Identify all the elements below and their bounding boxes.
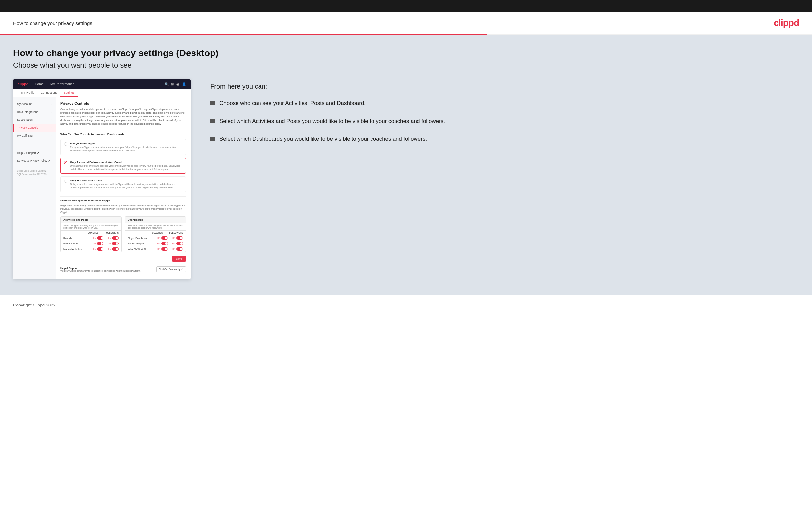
copyright-text: Copyright Clippd 2022 bbox=[13, 302, 55, 307]
sidebar-label-data-integrations: Data Integrations bbox=[17, 110, 39, 114]
practice-drills-toggles: ON ON bbox=[93, 242, 118, 245]
player-dashboard-toggles: ON ON bbox=[157, 236, 183, 239]
sidebar-item-subscription[interactable]: Subscription › bbox=[13, 116, 55, 124]
visit-community-button[interactable]: Visit Our Community ↗ bbox=[156, 267, 186, 272]
practice-followers-toggle[interactable]: ON bbox=[108, 242, 118, 245]
toggle-section: Show or hide specific features in Clippd… bbox=[60, 196, 186, 264]
on-label: ON bbox=[108, 237, 111, 239]
manual-followers-toggle[interactable]: ON bbox=[108, 247, 118, 251]
toggle-pill bbox=[112, 242, 118, 245]
radio-content-everyone: Everyone on Clippd Everyone on Clippd ca… bbox=[70, 142, 182, 152]
activities-table-desc: Select the types of activity that you'd … bbox=[61, 223, 121, 231]
what-coaches-toggle[interactable]: ON bbox=[157, 247, 168, 251]
rounds-label: Rounds bbox=[63, 237, 93, 239]
tab-connections[interactable]: Connections bbox=[38, 89, 60, 97]
toggle-row-what-to-work-on: What To Work On ON ON bbox=[125, 246, 186, 252]
what-followers-toggle[interactable]: ON bbox=[172, 247, 183, 251]
rounds-toggles: ON ON bbox=[93, 236, 118, 239]
coaches-col-label-d: COACHES bbox=[152, 232, 163, 234]
sidebar-label-subscription: Subscription bbox=[17, 118, 33, 121]
manual-coaches-toggle[interactable]: ON bbox=[93, 247, 103, 251]
radio-label-followers: Only Approved Followers and Your Coach bbox=[70, 161, 182, 164]
save-button[interactable]: Save bbox=[172, 256, 186, 262]
mockup-nav-icons: 🔍 ⊞ ◉ 👤 bbox=[164, 82, 186, 86]
tab-settings[interactable]: Settings bbox=[60, 89, 78, 97]
practice-drills-label: Practice Drills bbox=[63, 242, 93, 245]
bullet-list: Choose who can see your Activities, Post… bbox=[210, 100, 799, 144]
chevron-icon: › bbox=[51, 103, 52, 106]
radio-followers-coach[interactable]: Only Approved Followers and Your Coach O… bbox=[60, 158, 186, 174]
content-row: clippd Home My Performance 🔍 ⊞ ◉ 👤 My Pr… bbox=[13, 79, 799, 279]
sidebar-item-account[interactable]: My Account › bbox=[13, 100, 55, 108]
chevron-icon: › bbox=[51, 111, 52, 114]
sidebar-label-help: Help & Support ↗ bbox=[17, 151, 39, 155]
visibility-radio-group: Everyone on Clippd Everyone on Clippd ca… bbox=[60, 139, 186, 192]
header: How to change your privacy settings clip… bbox=[0, 12, 812, 34]
bullet-item-2: Select which Activities and Posts you wo… bbox=[210, 117, 799, 126]
toggle-pill bbox=[161, 236, 168, 239]
toggle-table-activities: Activities and Posts Select the types of… bbox=[60, 216, 121, 252]
round-insights-toggles: ON ON bbox=[157, 242, 183, 245]
on-label: ON bbox=[157, 237, 160, 239]
radio-content-only-you: Only You and Your Coach Only you and the… bbox=[70, 179, 182, 189]
sidebar-item-privacy-policy[interactable]: Service & Privacy Policy ↗ bbox=[13, 157, 55, 165]
toggle-section-desc: Regardless of the privacy controls that … bbox=[60, 204, 186, 214]
practice-coaches-toggle[interactable]: ON bbox=[93, 242, 103, 245]
dashboards-col-headers: COACHES FOLLOWERS bbox=[125, 231, 186, 235]
sidebar-item-help-support[interactable]: Help & Support ↗ bbox=[13, 149, 55, 157]
sidebar-label-privacy-policy: Service & Privacy Policy ↗ bbox=[17, 159, 51, 162]
header-title: How to change your privacy settings bbox=[13, 20, 92, 26]
toggle-pill bbox=[176, 247, 183, 251]
activities-table-header: Activities and Posts bbox=[61, 217, 121, 223]
round-insights-coaches-toggle[interactable]: ON bbox=[157, 242, 168, 245]
dashboards-table-desc: Select the types of activity that you'd … bbox=[125, 223, 186, 231]
rounds-followers-toggle[interactable]: ON bbox=[108, 236, 118, 239]
radio-desc-only-you: Only you and the coaches you connect wit… bbox=[70, 183, 182, 189]
right-panel: From here you can: Choose who can see yo… bbox=[210, 79, 799, 144]
page-subtitle: Choose what you want people to see bbox=[13, 61, 799, 69]
bullet-square-2 bbox=[210, 119, 215, 123]
sidebar-item-privacy-controls[interactable]: Privacy Controls › bbox=[13, 124, 55, 131]
help-text-block: Help & Support Visit our Clippd communit… bbox=[60, 267, 141, 272]
bullet-square-3 bbox=[210, 136, 215, 141]
radio-content-followers: Only Approved Followers and Your Coach O… bbox=[70, 161, 182, 171]
top-bar bbox=[0, 0, 812, 12]
radio-label-only-you: Only You and Your Coach bbox=[70, 179, 182, 182]
tab-my-profile[interactable]: My Profile bbox=[18, 89, 38, 97]
round-insights-followers-toggle[interactable]: ON bbox=[172, 242, 183, 245]
screenshot-mockup: clippd Home My Performance 🔍 ⊞ ◉ 👤 My Pr… bbox=[13, 79, 191, 279]
toggle-pill bbox=[112, 236, 118, 239]
on-label: ON bbox=[93, 237, 96, 239]
radio-desc-followers: Only approved followers and coaches you … bbox=[70, 164, 182, 171]
on-label: ON bbox=[93, 248, 96, 250]
save-row: Save bbox=[60, 253, 186, 264]
toggle-pill bbox=[97, 242, 103, 245]
chevron-icon: › bbox=[51, 134, 52, 137]
radio-everyone[interactable]: Everyone on Clippd Everyone on Clippd ca… bbox=[60, 139, 186, 155]
on-label: ON bbox=[172, 248, 175, 250]
on-label: ON bbox=[157, 242, 160, 244]
sidebar-bottom: Help & Support ↗ Service & Privacy Polic… bbox=[13, 146, 55, 167]
rounds-coaches-toggle[interactable]: ON bbox=[93, 236, 103, 239]
activities-col-headers: COACHES FOLLOWERS bbox=[61, 231, 121, 235]
player-dash-followers-toggle[interactable]: ON bbox=[172, 236, 183, 239]
player-dashboard-label: Player Dashboard bbox=[128, 237, 157, 239]
manual-activities-toggles: ON ON bbox=[93, 247, 118, 251]
on-label: ON bbox=[108, 248, 111, 250]
on-label: ON bbox=[108, 242, 111, 244]
sidebar-item-golf-bag[interactable]: My Golf Bag › bbox=[13, 131, 55, 139]
mockup-navbar: clippd Home My Performance 🔍 ⊞ ◉ 👤 bbox=[13, 79, 191, 89]
player-dash-coaches-toggle[interactable]: ON bbox=[157, 236, 168, 239]
settings-icon: ◉ bbox=[176, 82, 180, 86]
privacy-controls-description: Control how you and your data appears to… bbox=[60, 107, 186, 126]
radio-only-you-coach[interactable]: Only You and Your Coach Only you and the… bbox=[60, 176, 186, 192]
sidebar-label-account: My Account bbox=[17, 102, 32, 106]
toggle-pill bbox=[97, 247, 103, 251]
toggle-pill bbox=[97, 236, 103, 239]
radio-desc-everyone: Everyone on Clippd can search for you an… bbox=[70, 146, 182, 152]
mockup-main-panel: Privacy Controls Control how you and you… bbox=[56, 98, 191, 279]
visit-community-label: Visit Our Community ↗ bbox=[159, 268, 183, 271]
sidebar-item-data-integrations[interactable]: Data Integrations › bbox=[13, 108, 55, 116]
radio-dot-everyone bbox=[64, 143, 67, 146]
toggle-pill bbox=[112, 247, 118, 251]
